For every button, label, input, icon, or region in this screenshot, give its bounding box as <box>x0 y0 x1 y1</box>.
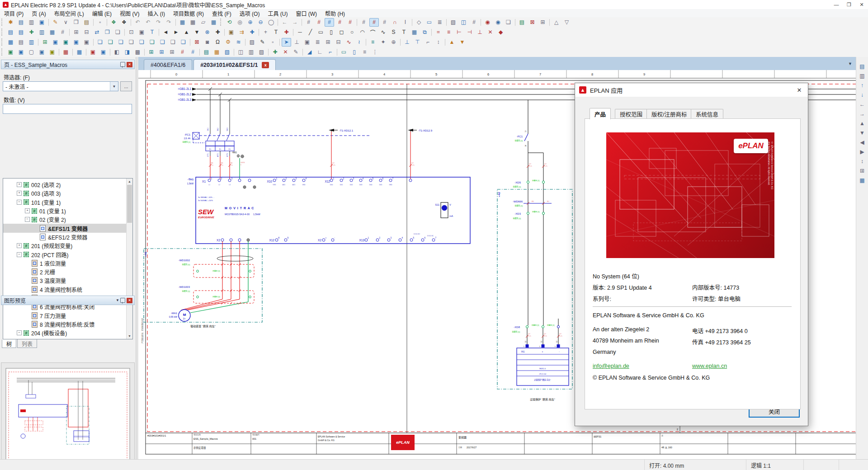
tree-item[interactable]: 4 流量阀控制系统 <box>3 285 127 294</box>
grid-d-icon[interactable]: # <box>335 18 344 27</box>
panel-close-icon[interactable]: ✕ <box>127 62 132 67</box>
node-icon[interactable]: ◆ <box>496 28 505 37</box>
ghost-box-icon[interactable]: ▫ <box>268 38 278 47</box>
maximize-button[interactable]: ❐ <box>843 0 855 9</box>
tab-列表[interactable]: 列表 <box>17 339 37 348</box>
rect-2-icon[interactable]: ▯ <box>326 28 336 37</box>
bar-blue-icon[interactable]: ▯ <box>349 48 359 56</box>
scroll-up-icon[interactable]: ▲ <box>127 179 132 184</box>
win-dot-icon[interactable]: ▣ <box>37 48 47 56</box>
next-page-icon[interactable]: ▶ <box>858 147 867 156</box>
pin-right-icon[interactable]: ⊣ <box>465 28 474 37</box>
add-circle-icon[interactable]: ⊕ <box>389 38 398 47</box>
win-next-icon[interactable]: ▣ <box>16 48 26 56</box>
break-icon[interactable]: ✕ <box>486 28 495 37</box>
layers-list-icon[interactable]: ≣ <box>313 38 322 47</box>
cols-icon[interactable]: ◫ <box>236 48 245 56</box>
close-button[interactable]: ✕ <box>855 0 868 9</box>
left-icon[interactable]: ◄ <box>161 28 170 37</box>
scroll-down-icon[interactable]: ▼ <box>127 333 132 339</box>
collapse-icon[interactable]: ⊟ <box>82 28 91 37</box>
s-curve-icon[interactable]: S <box>389 28 398 37</box>
zoom-out-icon[interactable]: ⊖ <box>256 18 265 27</box>
raster-icon[interactable]: # <box>469 18 479 27</box>
win-blue-3-icon[interactable]: ▣ <box>99 48 108 56</box>
grid-c-icon[interactable]: # <box>325 18 334 27</box>
arc-icon[interactable]: ◠ <box>358 28 367 37</box>
value-input[interactable] <box>3 104 132 114</box>
waves-icon[interactable]: ≋ <box>234 38 243 47</box>
tree-item[interactable]: &EFS1/1 变频器 <box>3 224 127 232</box>
group-icon[interactable]: ⊞ <box>323 38 333 47</box>
menu-item[interactable]: 项目 (P) <box>0 9 28 17</box>
error-box-icon[interactable]: ⊠ <box>192 38 202 47</box>
format-paint-icon[interactable]: ❖ <box>109 18 118 27</box>
align-bottom-icon[interactable]: ⊥ <box>402 38 412 47</box>
ungroup-icon[interactable]: ⊟ <box>334 38 343 47</box>
pages-panel-header[interactable]: 页 - ESS_Sample_Macros ✕ <box>1 60 135 69</box>
table-icon[interactable]: ▦ <box>178 18 187 27</box>
diag-icon[interactable]: ▨ <box>257 48 266 56</box>
back-icon[interactable]: ← <box>280 18 289 27</box>
snap-3-icon[interactable]: # <box>380 18 389 27</box>
scroll-left-icon[interactable]: ← <box>858 100 867 108</box>
tab-list-chevron-icon[interactable]: ▼ <box>848 61 852 66</box>
dock-7-icon[interactable]: ❏ <box>158 38 167 47</box>
up-icon[interactable]: ▲ <box>182 28 191 37</box>
copy-icon[interactable]: ❐ <box>71 18 81 27</box>
more-icon[interactable]: ⋮ <box>370 48 380 56</box>
expand-icon[interactable]: + <box>17 182 22 187</box>
window-copy-icon[interactable]: ❐ <box>103 28 112 37</box>
win-blue-2-icon[interactable]: ▣ <box>71 38 81 47</box>
dock-4-icon[interactable]: ❏ <box>127 38 136 47</box>
menu-item[interactable]: 编辑 (E) <box>88 9 116 17</box>
fit-window-icon[interactable]: ⊞ <box>858 166 867 175</box>
cell-icon[interactable]: ⊡ <box>127 28 136 37</box>
page-icon[interactable]: ▱ <box>198 18 208 27</box>
tree-item[interactable]: 3 温度测量 <box>3 276 127 285</box>
circle-icon[interactable]: ○ <box>347 28 357 37</box>
diagonal-icon[interactable]: ╱ <box>306 28 315 37</box>
grid-a-icon[interactable]: # <box>304 18 313 27</box>
coords-icon[interactable]: + <box>261 28 270 37</box>
toolbar-drag-handle[interactable] <box>220 19 222 26</box>
bar-teal-icon[interactable]: ▭ <box>339 48 349 56</box>
grid-b-icon[interactable]: # <box>314 18 324 27</box>
graphic-preview[interactable] <box>1 362 135 470</box>
menu-item[interactable]: 查找 (F) <box>208 9 236 17</box>
win-new-icon[interactable]: ▣ <box>6 48 15 56</box>
scroll-up-icon[interactable]: ↑ <box>858 81 867 89</box>
email-link[interactable]: info@eplan.de <box>593 363 629 369</box>
undo-icon[interactable]: ↶ <box>133 18 142 27</box>
page-down-doc-icon[interactable]: ▥ <box>858 71 867 80</box>
tree-item[interactable]: +#01 (变量 1) <box>3 207 127 215</box>
inspect-icon[interactable]: ◙ <box>203 38 212 47</box>
tree-item[interactable]: 1 液位测量 <box>3 259 127 268</box>
filter-combobox[interactable]: - 未激活 - ▼ <box>3 81 118 91</box>
hash-blue-icon[interactable]: # <box>188 48 198 56</box>
prev-page-icon[interactable]: ◀ <box>858 138 867 146</box>
panel-2-icon[interactable]: ▥ <box>27 38 36 47</box>
dialog-tab-2[interactable]: 版权/注册商标 <box>646 109 692 119</box>
split-right-icon[interactable]: ◨ <box>123 48 132 56</box>
fit-height-icon[interactable]: ↕ <box>858 157 867 165</box>
window-icon[interactable]: ❏ <box>113 28 123 37</box>
sheet-icon[interactable]: ▤ <box>517 18 527 27</box>
stack-icon[interactable]: ≡ <box>360 48 369 56</box>
rows-teal-icon[interactable]: ▤ <box>202 48 211 56</box>
page-props-icon[interactable]: ▥ <box>37 28 47 37</box>
win-table-red-icon[interactable]: ▦ <box>61 48 71 56</box>
expand-icon[interactable]: + <box>17 191 22 196</box>
nav-pages-2-icon[interactable]: ▤ <box>16 28 26 37</box>
up-shape-icon[interactable]: △ <box>552 18 561 27</box>
phi-icon[interactable]: Φ <box>223 38 233 47</box>
split-grid-icon[interactable]: ▩ <box>133 48 142 56</box>
format-copy-icon[interactable]: ❖ <box>119 18 129 27</box>
ibeam-icon[interactable]: I <box>401 18 410 27</box>
tri-down-icon[interactable]: ▼ <box>458 38 467 47</box>
page-grid-icon[interactable]: # <box>58 28 67 37</box>
page-up-doc-icon[interactable]: ▤ <box>858 62 867 70</box>
dialog-close-button[interactable]: ✕ <box>793 85 806 95</box>
add-cell-icon[interactable]: ⊞ <box>538 18 547 27</box>
dialog-tab-0[interactable]: 产品 <box>590 108 611 119</box>
